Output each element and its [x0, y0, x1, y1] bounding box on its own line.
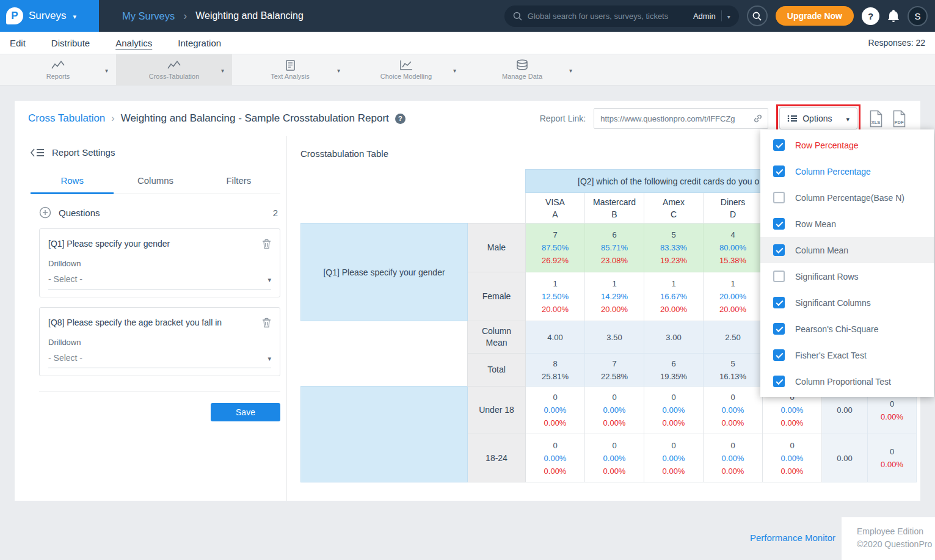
tab-edit[interactable]: Edit: [10, 38, 26, 48]
chevron-down-icon: [267, 352, 271, 363]
performance-monitor-link[interactable]: Performance Monitor: [750, 533, 835, 543]
table-corner: [301, 193, 526, 224]
link-icon[interactable]: [753, 114, 763, 123]
upgrade-button[interactable]: Upgrade Now: [776, 6, 854, 26]
delete-question-icon[interactable]: [262, 318, 271, 328]
cross-tab-chart-icon: [167, 60, 181, 71]
options-menu-item[interactable]: Row Percentage: [760, 132, 934, 158]
options-menu-item[interactable]: Column Proportional Test: [760, 368, 934, 395]
cell-value: 0: [868, 398, 916, 410]
checkbox-checked[interactable]: [773, 323, 785, 335]
checkbox-checked[interactable]: [773, 376, 785, 387]
checkbox-checked[interactable]: [773, 218, 785, 230]
column-header: AmexC: [644, 193, 704, 224]
product-switcher[interactable]: P Surveys: [0, 0, 99, 32]
chevron-down-icon[interactable]: [221, 64, 224, 75]
save-button[interactable]: Save: [211, 403, 280, 421]
options-menu-item[interactable]: Fisher's Exact Test: [760, 342, 934, 368]
cell-value: 85.71%: [585, 241, 644, 254]
toolbar-manage-data[interactable]: Manage Data: [464, 54, 580, 85]
cell-value: 0: [526, 439, 584, 452]
options-button[interactable]: Options: [779, 107, 857, 129]
breadcrumb-cross-tabulation[interactable]: Cross Tabulation: [28, 112, 105, 125]
tab-columns[interactable]: Columns: [114, 170, 197, 194]
table-cell: 00.00%0.00%: [526, 434, 585, 482]
tab-rows[interactable]: Rows: [31, 170, 114, 194]
checkbox-checked[interactable]: [773, 165, 785, 177]
checkbox-unchecked[interactable]: [773, 192, 785, 203]
checkbox-checked[interactable]: [773, 139, 785, 151]
row-label: Under 18: [468, 387, 526, 434]
divider: [721, 10, 722, 21]
product-name: Surveys: [29, 10, 66, 22]
global-search-input[interactable]: [528, 12, 688, 21]
row-total-cell: 00.00%: [868, 434, 917, 482]
copyright-label: ©2020 QuestionPro: [857, 538, 935, 551]
cell-value: 23.08%: [585, 254, 644, 267]
cell-value: 0.00%: [763, 465, 821, 478]
search-scope-selector[interactable]: Admin: [693, 12, 716, 21]
checkbox-checked[interactable]: [773, 349, 785, 361]
breadcrumb-my-surveys[interactable]: My Surveys: [122, 10, 175, 22]
chevron-down-icon[interactable]: [337, 64, 340, 75]
help-icon[interactable]: [395, 114, 406, 124]
checkbox-unchecked[interactable]: [773, 271, 785, 282]
toolbar-text-analysis[interactable]: Text Analysis: [232, 54, 348, 85]
checkbox-checked[interactable]: [773, 297, 785, 308]
tab-analytics[interactable]: Analytics: [115, 38, 152, 48]
search-button[interactable]: [747, 5, 768, 26]
options-menu-item[interactable]: Column Mean: [760, 237, 934, 263]
options-menu-item[interactable]: Column Percentage: [760, 158, 934, 184]
options-menu-item[interactable]: Significant Rows: [760, 263, 934, 289]
add-question-icon[interactable]: [39, 206, 51, 219]
options-menu-item[interactable]: Pearson's Chi-Square: [760, 316, 934, 342]
cell-value: 0.00%: [526, 416, 584, 429]
table-cell: 120.00%20.00%: [704, 272, 763, 321]
help-icon[interactable]: [862, 7, 879, 25]
options-menu-item[interactable]: Row Mean: [760, 211, 934, 237]
tab-distribute[interactable]: Distribute: [51, 38, 90, 48]
table-cell: 583.33%19.23%: [644, 224, 704, 272]
checkbox-checked[interactable]: [773, 244, 785, 256]
table-cell: 4.00: [526, 321, 585, 354]
table-corner: [301, 170, 526, 193]
table-cell: 685.71%23.08%: [585, 224, 644, 272]
options-menu-item[interactable]: Significant Columns: [760, 289, 934, 316]
options-menu-item[interactable]: Column Percentage(Base N): [760, 184, 934, 211]
toolbar-cross-tabulation[interactable]: Cross-Tabulation: [116, 54, 232, 85]
drilldown-select[interactable]: - Select -: [48, 274, 271, 289]
toolbar-choice-modelling[interactable]: Choice Modelling: [348, 54, 464, 85]
table-cell: 2.50: [704, 321, 763, 354]
tab-integration[interactable]: Integration: [178, 38, 221, 48]
cell-value: 0: [585, 439, 644, 452]
options-label: Options: [802, 114, 832, 123]
notifications-bell-icon[interactable]: [887, 9, 900, 23]
chevron-down-icon[interactable]: [569, 64, 572, 75]
logo-letter: P: [11, 10, 18, 22]
export-xls-icon[interactable]: XLS: [868, 110, 884, 128]
table-cell: 619.35%: [644, 354, 704, 387]
tab-filters[interactable]: Filters: [197, 170, 280, 194]
report-link-input[interactable]: [594, 108, 768, 129]
delete-question-icon[interactable]: [262, 239, 271, 249]
cell-value: 0.00%: [585, 416, 644, 429]
question-title: [Q1] Please specify your gender: [48, 239, 170, 249]
chevron-down-icon[interactable]: [453, 64, 456, 75]
user-avatar[interactable]: S: [908, 6, 928, 26]
toolbar-reports[interactable]: Reports: [0, 54, 116, 85]
options-menu-item-label: Significant Rows: [795, 272, 859, 282]
cell-value: 26.92%: [526, 254, 584, 267]
cell-value: 5: [704, 357, 762, 370]
cell-value: 0.00%: [526, 404, 584, 416]
database-icon: [515, 59, 529, 71]
chevron-down-icon[interactable]: [105, 64, 108, 75]
cell-value: 0: [868, 445, 916, 458]
table-corner: [301, 321, 468, 354]
collapse-panel-icon[interactable]: [31, 148, 44, 158]
topbar-breadcrumb: My Surveys Weighting and Balancing: [122, 10, 304, 23]
options-menu-item-label: Fisher's Exact Test: [795, 351, 867, 360]
drilldown-select[interactable]: - Select -: [48, 352, 271, 368]
cell-value: 6: [644, 357, 703, 370]
chevron-down-icon[interactable]: [727, 10, 730, 21]
export-pdf-icon[interactable]: PDF: [892, 110, 907, 128]
